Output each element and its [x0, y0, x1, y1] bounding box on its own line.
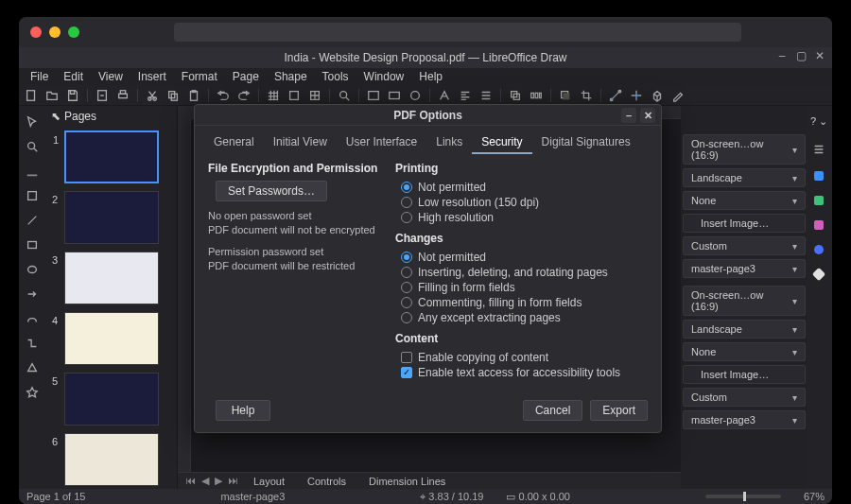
window-maximize-icon[interactable]: ▢: [794, 49, 808, 62]
minimize-window-button[interactable]: [49, 26, 61, 38]
set-passwords-button[interactable]: Set Passwords…: [216, 181, 327, 201]
image-icon[interactable]: [367, 89, 380, 102]
tab-user-interface[interactable]: User Interface: [337, 131, 426, 154]
curve-tool-icon[interactable]: [26, 312, 39, 325]
zoom-value[interactable]: 67%: [804, 491, 825, 502]
menu-format[interactable]: Format: [176, 70, 223, 83]
snap-icon[interactable]: [287, 89, 301, 102]
changes-comment-fill[interactable]: Commenting, filling in form fields: [395, 296, 648, 309]
prop-master-bg[interactable]: Custom▾: [683, 236, 806, 255]
last-tab-icon[interactable]: ⏭: [228, 475, 238, 487]
menu-view[interactable]: View: [93, 70, 129, 83]
prop-insert-image[interactable]: Insert Image…: [683, 214, 806, 233]
next-tab-icon[interactable]: ▶: [215, 475, 222, 487]
connector-tool-icon[interactable]: [26, 337, 39, 350]
fontwork-icon[interactable]: [438, 89, 451, 102]
printing-high-res[interactable]: High resolution: [395, 211, 648, 224]
hyperlink-icon[interactable]: [408, 89, 422, 102]
tab-general[interactable]: General: [204, 131, 264, 154]
menu-tools[interactable]: Tools: [317, 70, 355, 83]
shapes-panel-icon[interactable]: [812, 268, 825, 281]
zoom-tool-icon[interactable]: [26, 140, 39, 153]
sidebar-help-icon[interactable]: ? ⌄: [810, 115, 827, 128]
maximize-window-button[interactable]: [68, 26, 79, 38]
toggle-extrusion-icon[interactable]: [651, 89, 664, 102]
undo-icon[interactable]: [217, 89, 230, 102]
dialog-minimize-icon[interactable]: –: [621, 108, 636, 123]
tab-layout[interactable]: Layout: [246, 476, 292, 487]
changes-not-permitted[interactable]: Not permitted: [395, 251, 648, 264]
menu-file[interactable]: File: [25, 70, 54, 83]
menu-page[interactable]: Page: [227, 70, 265, 83]
page-thumb-3[interactable]: 3: [64, 252, 159, 304]
basic-shapes-icon[interactable]: [26, 361, 39, 374]
distribute-icon[interactable]: [530, 89, 543, 102]
changes-any-except-extract[interactable]: Any except extracting pages: [395, 311, 648, 324]
open-icon[interactable]: [45, 89, 59, 102]
line-tool-icon[interactable]: [26, 214, 39, 227]
tab-dimension-lines[interactable]: Dimension Lines: [361, 476, 453, 487]
page-thumb-5[interactable]: 5: [64, 373, 159, 426]
export-button[interactable]: Export: [590, 400, 648, 421]
tab-initial-view[interactable]: Initial View: [264, 131, 337, 154]
tab-links[interactable]: Links: [426, 131, 472, 154]
menu-window[interactable]: Window: [358, 70, 410, 83]
draw-functions-icon[interactable]: [671, 89, 685, 102]
fill-color-icon[interactable]: [26, 189, 39, 202]
cancel-button[interactable]: Cancel: [523, 400, 582, 421]
help-button[interactable]: Help: [216, 400, 270, 421]
navigator-panel-icon[interactable]: [814, 245, 824, 254]
menu-help[interactable]: Help: [413, 70, 448, 83]
menu-insert[interactable]: Insert: [132, 70, 172, 83]
arrow-tool-icon[interactable]: [26, 287, 39, 301]
shadow-icon[interactable]: [559, 89, 572, 102]
changes-insert-delete-rotate[interactable]: Inserting, deleting, and rotating pages: [395, 266, 648, 279]
print-icon[interactable]: [116, 89, 130, 102]
copy-icon[interactable]: [166, 89, 180, 102]
zoom-slider[interactable]: [705, 495, 781, 498]
first-tab-icon[interactable]: ⏮: [185, 475, 196, 487]
line-color-icon[interactable]: [26, 165, 39, 178]
align-objects-icon[interactable]: [479, 89, 493, 102]
textbox-icon[interactable]: [388, 89, 401, 102]
zoom-icon[interactable]: [338, 89, 351, 102]
arrange-icon[interactable]: [509, 89, 522, 102]
cut-icon[interactable]: [146, 89, 159, 102]
os-urlbar[interactable]: [174, 23, 741, 42]
grid-icon[interactable]: [267, 89, 280, 102]
prop-background-2[interactable]: None▾: [683, 342, 806, 361]
close-window-button[interactable]: [30, 26, 42, 38]
save-icon[interactable]: [66, 89, 79, 102]
prop-master-page[interactable]: master-page3▾: [683, 259, 806, 278]
points-edit-icon[interactable]: [609, 89, 622, 102]
tab-controls[interactable]: Controls: [300, 476, 354, 487]
symbol-shapes-icon[interactable]: [26, 386, 39, 399]
page-thumb-6[interactable]: 6: [64, 433, 159, 486]
prop-master-bg-2[interactable]: Custom▾: [683, 388, 806, 407]
tab-security[interactable]: Security: [472, 131, 531, 154]
prop-orientation-2[interactable]: Landscape▾: [683, 320, 806, 339]
sidebar-menu-icon[interactable]: [812, 143, 825, 156]
ellipse-tool-icon[interactable]: [26, 263, 39, 276]
enable-accessibility-checkbox[interactable]: Enable text access for accessibility too…: [395, 366, 648, 379]
rect-tool-icon[interactable]: [26, 238, 39, 252]
page-thumb-2[interactable]: 2: [64, 191, 159, 244]
enable-copying-checkbox[interactable]: Enable copying of content: [395, 351, 648, 364]
page-thumb-4[interactable]: 4: [64, 312, 159, 365]
ruler-vertical[interactable]: [178, 119, 191, 489]
select-arrow-icon[interactable]: ⬉: [51, 110, 61, 123]
dialog-close-icon[interactable]: ✕: [640, 108, 655, 123]
gallery-panel-icon[interactable]: [814, 220, 824, 230]
tab-digital-signatures[interactable]: Digital Signatures: [532, 131, 640, 154]
align-left-icon[interactable]: [459, 89, 472, 102]
menu-edit[interactable]: Edit: [58, 70, 89, 83]
new-icon[interactable]: [25, 89, 38, 102]
prop-orientation[interactable]: Landscape▾: [683, 168, 806, 187]
prop-format[interactable]: On-screen…ow (16:9)▾: [683, 134, 806, 165]
window-close-icon[interactable]: ✕: [813, 49, 826, 62]
prop-format-2[interactable]: On-screen…ow (16:9)▾: [683, 286, 806, 316]
changes-fill-forms[interactable]: Filling in form fields: [395, 281, 648, 294]
export-pdf-icon[interactable]: [96, 89, 109, 102]
page-thumb-1[interactable]: 1: [64, 130, 159, 183]
printing-low-res[interactable]: Low resolution (150 dpi): [395, 196, 648, 209]
